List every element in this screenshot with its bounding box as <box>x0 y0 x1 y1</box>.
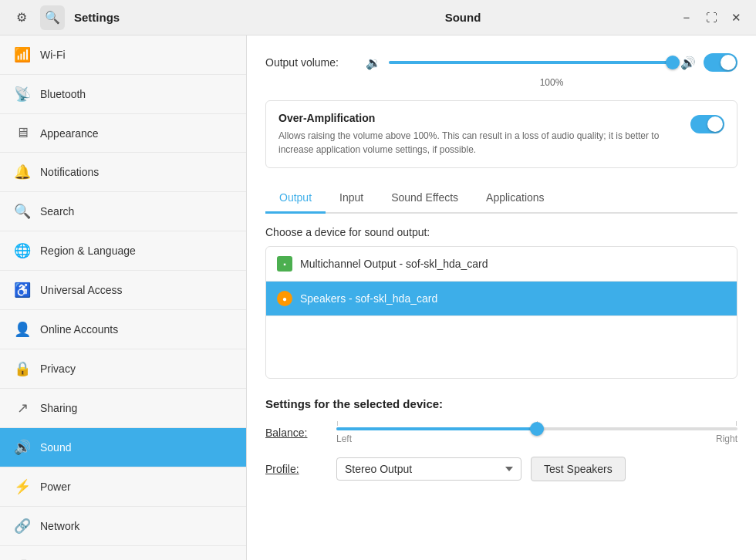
overamp-toggle-knob <box>707 116 723 132</box>
volume-toggle[interactable] <box>704 53 737 72</box>
tab-sound-effects[interactable]: Sound Effects <box>377 184 472 214</box>
sidebar-item-bluetooth[interactable]: 📡 Bluetooth <box>0 75 246 114</box>
overamp-toggle[interactable] <box>690 115 724 133</box>
profile-row: Profile: Stereo Output Test Speakers <box>265 457 737 481</box>
titlebar: ⚙ 🔍 Settings Sound − ⛶ ✕ <box>0 0 756 35</box>
tab-input[interactable]: Input <box>326 184 377 214</box>
overamp-section: Over-Amplification Allows raising the vo… <box>265 100 737 168</box>
accounts-icon: 👤 <box>14 321 31 338</box>
sidebar-label-search: Search <box>40 205 74 218</box>
volume-row: Output volume: 🔉 🔊 <box>265 51 737 74</box>
overamp-text: Over-Amplification Allows raising the vo… <box>278 112 681 157</box>
universal-icon: ♿ <box>14 282 31 299</box>
sidebar-item-sharing[interactable]: ↗ Sharing <box>0 389 246 428</box>
sidebar-item-sound[interactable]: 🔊 Sound <box>0 428 246 467</box>
main-layout: 📶 Wi-Fi 📡 Bluetooth 🖥 Appearance 🔔 Notif… <box>0 35 756 560</box>
sidebar-label-notifications: Notifications <box>40 166 99 178</box>
balance-container: Left Right <box>336 421 737 444</box>
sidebar-item-power[interactable]: ⚡ Power <box>0 467 246 507</box>
search-sidebar-icon: 🔍 <box>14 203 31 220</box>
sidebar: 📶 Wi-Fi 📡 Bluetooth 🖥 Appearance 🔔 Notif… <box>0 35 247 560</box>
device-label-speakers: Speakers - sof-skl_hda_card <box>300 292 437 305</box>
device-label-multichannel: Multichannel Output - sof-skl_hda_card <box>300 258 488 270</box>
tab-applications[interactable]: Applications <box>472 184 559 214</box>
wifi-icon: 📶 <box>14 46 31 63</box>
volume-slider-container <box>389 51 673 74</box>
sidebar-item-appearance[interactable]: 🖥 Appearance <box>0 114 246 153</box>
sound-icon: 🔊 <box>14 439 31 456</box>
multichannel-icon: ▪ <box>277 256 292 272</box>
sidebar-label-sharing: Sharing <box>40 402 77 414</box>
profile-select[interactable]: Stereo Output <box>336 457 521 481</box>
sidebar-label-region: Region & Language <box>40 245 136 257</box>
device-list-empty-space <box>266 316 737 378</box>
maximize-button[interactable]: ⛶ <box>700 7 722 29</box>
sidebar-item-wifi[interactable]: 📶 Wi-Fi <box>0 35 246 75</box>
test-speakers-button[interactable]: Test Speakers <box>531 457 626 481</box>
sidebar-label-sound: Sound <box>40 441 71 454</box>
notifications-icon: 🔔 <box>14 164 31 180</box>
tab-output[interactable]: Output <box>265 184 326 214</box>
balance-left-label: Left <box>336 433 352 444</box>
overamp-desc: Allows raising the volume above 100%. Th… <box>278 129 681 157</box>
sidebar-item-notifications[interactable]: 🔔 Notifications <box>0 153 246 192</box>
volume-low-icon: 🔉 <box>366 56 381 70</box>
balance-right-label: Right <box>716 433 737 444</box>
tick-left <box>337 421 338 426</box>
sidebar-item-region[interactable]: 🌐 Region & Language <box>0 231 246 271</box>
network-icon: 🔗 <box>14 518 31 535</box>
window-controls: − ⛶ ✕ <box>670 7 747 29</box>
sidebar-item-online-accounts[interactable]: 👤 Online Accounts <box>0 310 246 349</box>
window-title: Sound <box>256 11 670 24</box>
content-inner: Output volume: 🔉 🔊 100% <box>247 35 756 509</box>
power-icon: ⚡ <box>14 478 31 495</box>
sidebar-label-network: Network <box>40 520 79 532</box>
profile-label: Profile: <box>265 463 327 475</box>
settings-title: Settings for the selected device: <box>265 397 737 410</box>
sidebar-item-devices[interactable]: 🖨 Devices <box>0 546 246 560</box>
sidebar-label-wifi: Wi-Fi <box>40 49 66 61</box>
volume-high-icon: 🔊 <box>680 56 696 70</box>
bluetooth-icon: 📡 <box>14 86 31 103</box>
volume-section: Output volume: 🔉 🔊 100% <box>265 51 737 88</box>
volume-slider-fill <box>389 61 673 64</box>
toggle-knob <box>721 55 736 70</box>
tabs: Output Input Sound Effects Applications <box>265 184 737 214</box>
balance-row: Balance: Left Right <box>265 421 737 444</box>
balance-track <box>336 427 737 430</box>
minimize-button[interactable]: − <box>676 7 697 29</box>
volume-slider-thumb[interactable] <box>666 56 680 69</box>
privacy-icon: 🔒 <box>14 360 31 377</box>
appearance-icon: 🖥 <box>14 125 31 141</box>
sidebar-label-online-accounts: Online Accounts <box>40 323 118 336</box>
balance-fill <box>336 427 537 430</box>
sidebar-label-power: Power <box>40 481 71 493</box>
balance-label: Balance: <box>265 427 327 439</box>
sidebar-label-universal: Universal Access <box>40 284 123 296</box>
devices-icon: 🖨 <box>14 557 31 560</box>
sidebar-item-universal[interactable]: ♿ Universal Access <box>0 271 246 310</box>
titlebar-left: ⚙ 🔍 Settings <box>9 5 256 30</box>
overamp-title: Over-Amplification <box>278 112 681 124</box>
balance-thumb[interactable] <box>530 422 544 436</box>
device-list: ▪ Multichannel Output - sof-skl_hda_card… <box>265 246 737 379</box>
sidebar-label-bluetooth: Bluetooth <box>40 88 86 100</box>
sidebar-item-search[interactable]: 🔍 Search <box>0 192 246 231</box>
sidebar-item-network[interactable]: 🔗 Network <box>0 507 246 546</box>
app-name: Settings <box>74 11 120 24</box>
volume-label: Output volume: <box>265 56 358 69</box>
search-icon-button[interactable]: 🔍 <box>40 5 65 30</box>
device-item-multichannel[interactable]: ▪ Multichannel Output - sof-skl_hda_card <box>266 247 737 282</box>
region-icon: 🌐 <box>14 242 31 259</box>
sidebar-item-privacy[interactable]: 🔒 Privacy <box>0 349 246 389</box>
settings-icon-button[interactable]: ⚙ <box>9 5 34 30</box>
device-section-label: Choose a device for sound output: <box>265 226 737 238</box>
sharing-icon: ↗ <box>14 400 31 417</box>
device-item-speakers[interactable]: ● Speakers - sof-skl_hda_card <box>266 282 737 316</box>
volume-percent: 100% <box>366 77 737 88</box>
sidebar-label-appearance: Appearance <box>40 127 99 140</box>
tick-right <box>736 421 737 426</box>
close-button[interactable]: ✕ <box>725 7 747 29</box>
sidebar-label-privacy: Privacy <box>40 363 76 375</box>
volume-slider-track <box>389 61 673 64</box>
